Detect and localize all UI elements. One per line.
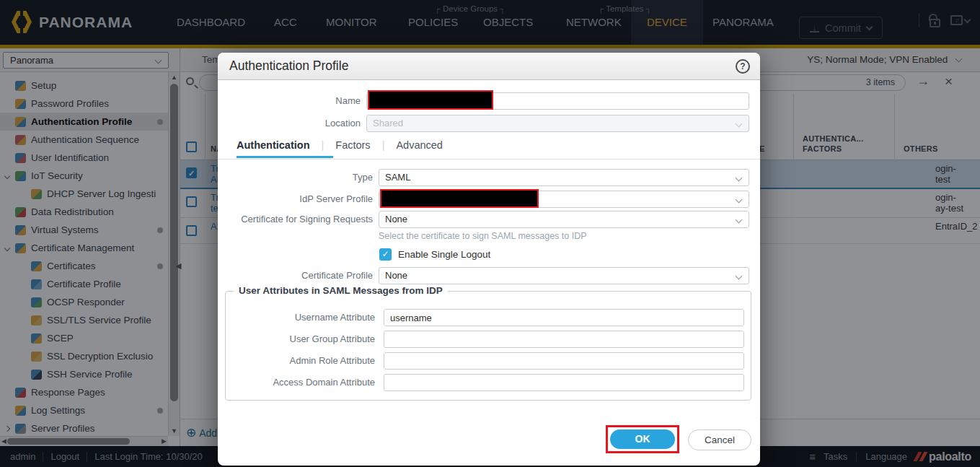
chevron-down-icon [736,175,743,182]
access-domain-attribute-label: Access Domain Attribute [218,374,375,391]
help-icon[interactable]: ? [736,59,750,74]
name-label: Name [218,92,361,110]
cancel-button[interactable]: Cancel [688,429,751,450]
admin-role-attribute-input[interactable] [384,352,744,370]
certificate-for-signing-requests-select[interactable]: None [379,211,749,228]
username-attribute-input[interactable] [384,309,744,326]
chevron-down-icon [736,217,743,224]
location-label: Location [218,115,361,132]
active-tab-underline [237,156,333,158]
chevron-down-icon [736,121,743,128]
tab-separator: | [322,139,325,151]
access-domain-attribute-input[interactable] [384,374,744,391]
enable-single-logout-label: Enable Single Logout [398,249,490,260]
panorama-app: PANORAMA DASHBOARDACCMONITORPOLICIESOBJE… [0,0,980,467]
user-group-attribute-label: User Group Attribute [218,331,375,348]
user-attributes-legend: User Attributes in SAML Messages from ID… [234,285,448,296]
tab-separator: | [382,139,385,151]
chevron-down-icon [736,273,743,280]
tab-factors[interactable]: Factors [335,139,370,151]
chevron-down-icon [736,196,743,204]
dialog-tabs: Authentication | Factors | Advanced [237,139,443,151]
dialog-title: Authentication Profile [229,53,348,79]
admin-role-attribute-label: Admin Role Attribute [218,352,375,370]
ok-button-highlight: OK [606,425,679,453]
authentication-profile-dialog: Authentication Profile ? Name Location S… [218,53,760,466]
enable-single-logout-checkbox[interactable]: ✓ [379,248,392,261]
tab-advanced[interactable]: Advanced [396,139,443,151]
redaction-name [368,90,493,110]
certificate-help-text: Select the certificate to sign SAML mess… [379,231,587,241]
tab-authentication[interactable]: Authentication [237,139,310,151]
location-select: Shared [366,115,749,132]
ok-button[interactable]: OK [610,429,675,449]
idp-server-profile-label: IdP Server Profile [218,191,373,208]
username-attribute-label: Username Attribute [218,309,375,326]
certificate-profile-label: Certificate Profile [218,267,373,284]
user-group-attribute-input[interactable] [384,331,744,348]
tab-divider [218,159,760,160]
certificate-profile-select[interactable]: None [379,267,749,284]
dialog-header: Authentication Profile ? [218,53,760,80]
type-label: Type [218,169,373,186]
redaction-idp-server-profile [380,189,539,208]
certificate-for-signing-requests-label: Certificate for Signing Requests [218,211,373,228]
type-select[interactable]: SAML [379,169,749,186]
